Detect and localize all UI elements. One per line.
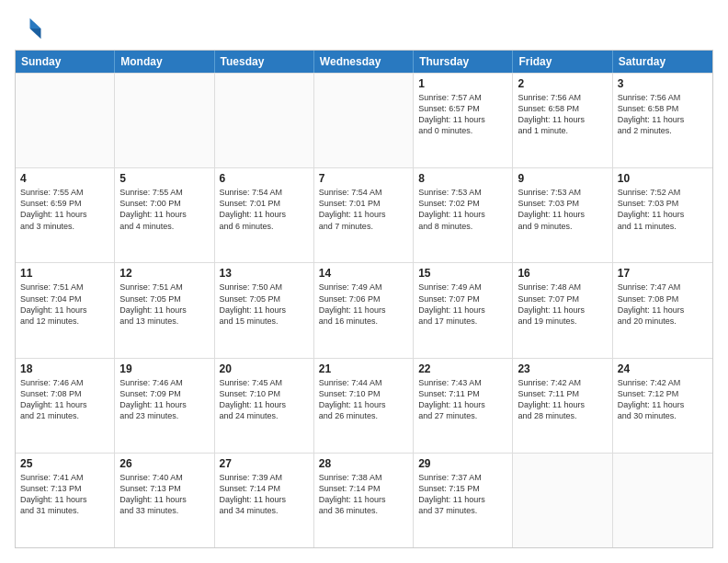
cal-cell: 24Sunrise: 7:42 AM Sunset: 7:12 PM Dayli… bbox=[613, 359, 712, 453]
header-day-saturday: Saturday bbox=[613, 51, 712, 73]
day-info: Sunrise: 7:56 AM Sunset: 6:58 PM Dayligh… bbox=[518, 92, 607, 137]
day-number: 6 bbox=[220, 172, 309, 185]
cal-cell: 25Sunrise: 7:41 AM Sunset: 7:13 PM Dayli… bbox=[16, 454, 115, 547]
day-number: 23 bbox=[518, 362, 607, 375]
week-row-1: 4Sunrise: 7:55 AM Sunset: 6:59 PM Daylig… bbox=[16, 167, 712, 262]
week-row-2: 11Sunrise: 7:51 AM Sunset: 7:04 PM Dayli… bbox=[16, 262, 712, 357]
cal-cell: 23Sunrise: 7:42 AM Sunset: 7:11 PM Dayli… bbox=[513, 359, 612, 453]
day-number: 8 bbox=[418, 172, 507, 185]
day-info: Sunrise: 7:39 AM Sunset: 7:14 PM Dayligh… bbox=[220, 472, 309, 517]
cal-cell bbox=[613, 454, 712, 547]
cal-cell: 5Sunrise: 7:55 AM Sunset: 7:00 PM Daylig… bbox=[115, 168, 214, 262]
header-day-monday: Monday bbox=[115, 51, 214, 73]
cal-cell: 21Sunrise: 7:44 AM Sunset: 7:10 PM Dayli… bbox=[314, 359, 414, 453]
header-day-tuesday: Tuesday bbox=[215, 51, 314, 73]
day-number: 4 bbox=[20, 172, 109, 185]
day-info: Sunrise: 7:51 AM Sunset: 7:04 PM Dayligh… bbox=[20, 282, 109, 327]
day-info: Sunrise: 7:56 AM Sunset: 6:58 PM Dayligh… bbox=[618, 92, 708, 137]
day-number: 26 bbox=[119, 457, 209, 470]
cal-cell: 27Sunrise: 7:39 AM Sunset: 7:14 PM Dayli… bbox=[215, 454, 314, 547]
cal-cell: 28Sunrise: 7:38 AM Sunset: 7:14 PM Dayli… bbox=[314, 454, 414, 547]
day-number: 16 bbox=[518, 267, 607, 280]
svg-marker-1 bbox=[30, 29, 41, 39]
day-number: 14 bbox=[319, 267, 408, 280]
day-number: 3 bbox=[618, 77, 708, 90]
day-number: 15 bbox=[418, 267, 507, 280]
cal-cell: 15Sunrise: 7:49 AM Sunset: 7:07 PM Dayli… bbox=[414, 263, 513, 357]
day-info: Sunrise: 7:42 AM Sunset: 7:12 PM Dayligh… bbox=[618, 377, 708, 422]
day-info: Sunrise: 7:46 AM Sunset: 7:08 PM Dayligh… bbox=[20, 377, 109, 422]
week-row-3: 18Sunrise: 7:46 AM Sunset: 7:08 PM Dayli… bbox=[16, 358, 712, 453]
day-number: 20 bbox=[220, 362, 309, 375]
calendar-header: SundayMondayTuesdayWednesdayThursdayFrid… bbox=[16, 51, 712, 73]
cal-cell: 7Sunrise: 7:54 AM Sunset: 7:01 PM Daylig… bbox=[314, 168, 414, 262]
day-number: 22 bbox=[418, 362, 507, 375]
day-info: Sunrise: 7:42 AM Sunset: 7:11 PM Dayligh… bbox=[518, 377, 607, 422]
day-info: Sunrise: 7:46 AM Sunset: 7:09 PM Dayligh… bbox=[119, 377, 209, 422]
cal-cell bbox=[314, 74, 414, 167]
day-number: 9 bbox=[518, 172, 607, 185]
day-number: 25 bbox=[20, 457, 109, 470]
cal-cell bbox=[16, 74, 115, 167]
day-info: Sunrise: 7:55 AM Sunset: 6:59 PM Dayligh… bbox=[20, 187, 109, 232]
day-info: Sunrise: 7:52 AM Sunset: 7:03 PM Dayligh… bbox=[618, 187, 708, 232]
svg-marker-0 bbox=[30, 18, 41, 29]
day-number: 7 bbox=[319, 172, 408, 185]
day-info: Sunrise: 7:40 AM Sunset: 7:13 PM Dayligh… bbox=[119, 472, 209, 517]
day-number: 2 bbox=[518, 77, 607, 90]
day-info: Sunrise: 7:54 AM Sunset: 7:01 PM Dayligh… bbox=[319, 187, 408, 232]
day-number: 11 bbox=[20, 267, 109, 280]
cal-cell: 2Sunrise: 7:56 AM Sunset: 6:58 PM Daylig… bbox=[513, 74, 612, 167]
header-day-thursday: Thursday bbox=[414, 51, 513, 73]
cal-cell: 18Sunrise: 7:46 AM Sunset: 7:08 PM Dayli… bbox=[16, 359, 115, 453]
cal-cell: 9Sunrise: 7:53 AM Sunset: 7:03 PM Daylig… bbox=[513, 168, 612, 262]
day-number: 28 bbox=[319, 457, 408, 470]
cal-cell: 10Sunrise: 7:52 AM Sunset: 7:03 PM Dayli… bbox=[613, 168, 712, 262]
day-info: Sunrise: 7:50 AM Sunset: 7:05 PM Dayligh… bbox=[220, 282, 309, 327]
day-info: Sunrise: 7:57 AM Sunset: 6:57 PM Dayligh… bbox=[418, 92, 507, 137]
day-number: 13 bbox=[220, 267, 309, 280]
logo bbox=[15, 15, 46, 42]
day-info: Sunrise: 7:37 AM Sunset: 7:15 PM Dayligh… bbox=[418, 472, 507, 517]
calendar-body: 1Sunrise: 7:57 AM Sunset: 6:57 PM Daylig… bbox=[16, 73, 712, 547]
cal-cell: 26Sunrise: 7:40 AM Sunset: 7:13 PM Dayli… bbox=[115, 454, 214, 547]
day-number: 10 bbox=[618, 172, 708, 185]
calendar: SundayMondayTuesdayWednesdayThursdayFrid… bbox=[15, 50, 713, 548]
day-number: 21 bbox=[319, 362, 408, 375]
day-info: Sunrise: 7:55 AM Sunset: 7:00 PM Dayligh… bbox=[119, 187, 209, 232]
week-row-4: 25Sunrise: 7:41 AM Sunset: 7:13 PM Dayli… bbox=[16, 453, 712, 547]
cal-cell: 20Sunrise: 7:45 AM Sunset: 7:10 PM Dayli… bbox=[215, 359, 314, 453]
cal-cell bbox=[115, 74, 214, 167]
day-number: 1 bbox=[418, 77, 507, 90]
day-info: Sunrise: 7:53 AM Sunset: 7:03 PM Dayligh… bbox=[518, 187, 607, 232]
cal-cell: 8Sunrise: 7:53 AM Sunset: 7:02 PM Daylig… bbox=[414, 168, 513, 262]
day-number: 18 bbox=[20, 362, 109, 375]
day-info: Sunrise: 7:47 AM Sunset: 7:08 PM Dayligh… bbox=[618, 282, 708, 327]
day-number: 19 bbox=[119, 362, 209, 375]
day-info: Sunrise: 7:48 AM Sunset: 7:07 PM Dayligh… bbox=[518, 282, 607, 327]
day-number: 5 bbox=[119, 172, 209, 185]
header-day-wednesday: Wednesday bbox=[314, 51, 414, 73]
header bbox=[15, 15, 713, 42]
cal-cell: 6Sunrise: 7:54 AM Sunset: 7:01 PM Daylig… bbox=[215, 168, 314, 262]
cal-cell: 19Sunrise: 7:46 AM Sunset: 7:09 PM Dayli… bbox=[115, 359, 214, 453]
header-day-sunday: Sunday bbox=[16, 51, 115, 73]
day-info: Sunrise: 7:54 AM Sunset: 7:01 PM Dayligh… bbox=[220, 187, 309, 232]
cal-cell: 14Sunrise: 7:49 AM Sunset: 7:06 PM Dayli… bbox=[314, 263, 414, 357]
page: SundayMondayTuesdayWednesdayThursdayFrid… bbox=[0, 0, 728, 563]
cal-cell: 17Sunrise: 7:47 AM Sunset: 7:08 PM Dayli… bbox=[613, 263, 712, 357]
cal-cell: 13Sunrise: 7:50 AM Sunset: 7:05 PM Dayli… bbox=[215, 263, 314, 357]
day-info: Sunrise: 7:41 AM Sunset: 7:13 PM Dayligh… bbox=[20, 472, 109, 517]
day-info: Sunrise: 7:45 AM Sunset: 7:10 PM Dayligh… bbox=[220, 377, 309, 422]
day-number: 29 bbox=[418, 457, 507, 470]
cal-cell bbox=[513, 454, 612, 547]
cal-cell: 16Sunrise: 7:48 AM Sunset: 7:07 PM Dayli… bbox=[513, 263, 612, 357]
week-row-0: 1Sunrise: 7:57 AM Sunset: 6:57 PM Daylig… bbox=[16, 73, 712, 167]
logo-icon bbox=[15, 15, 42, 42]
day-number: 24 bbox=[618, 362, 708, 375]
cal-cell bbox=[215, 74, 314, 167]
day-number: 27 bbox=[220, 457, 309, 470]
day-number: 17 bbox=[618, 267, 708, 280]
day-info: Sunrise: 7:49 AM Sunset: 7:07 PM Dayligh… bbox=[418, 282, 507, 327]
day-info: Sunrise: 7:49 AM Sunset: 7:06 PM Dayligh… bbox=[319, 282, 408, 327]
